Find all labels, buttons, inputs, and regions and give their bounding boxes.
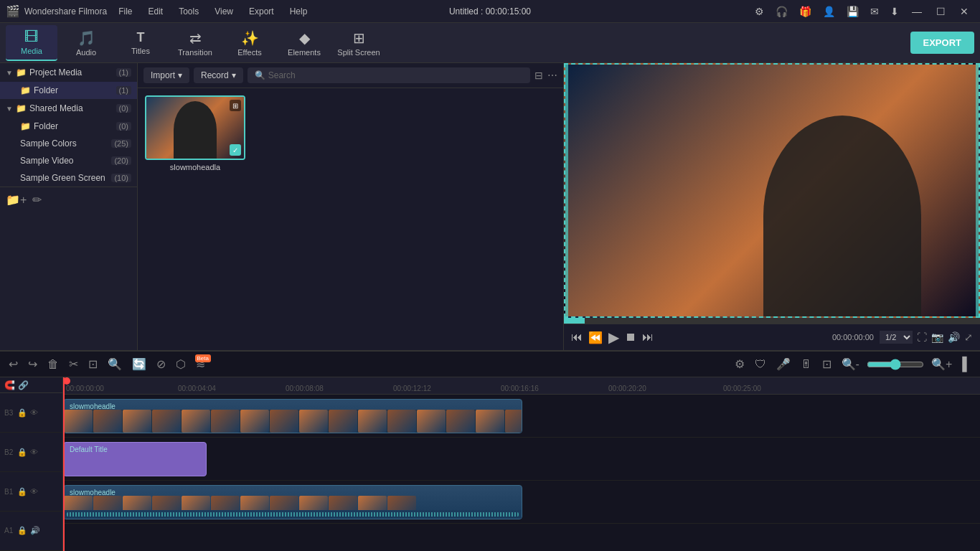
preview-volume-icon[interactable]: 🔊 xyxy=(948,331,960,343)
zoom-button[interactable]: 🔍 xyxy=(105,356,125,372)
add-folder-icon[interactable]: 📁+ xyxy=(6,193,27,207)
save-icon[interactable]: 💾 xyxy=(842,4,863,19)
user-icon[interactable]: 👤 xyxy=(819,4,839,19)
undo-button[interactable]: ↩ xyxy=(6,356,21,372)
sample-colors-item[interactable]: Sample Colors (25) xyxy=(0,135,137,152)
track-b3[interactable]: slowmoheadle xyxy=(63,395,980,438)
export-button[interactable]: EXPORT xyxy=(910,32,974,54)
preview-more-icon[interactable]: ⤢ xyxy=(964,331,973,343)
folder-icon: 📁 xyxy=(20,85,31,95)
preview-border-left xyxy=(565,65,568,316)
shield-button[interactable]: 🛡 xyxy=(752,357,769,372)
skip-forward-button[interactable]: ⏭ xyxy=(642,331,654,344)
link-icon[interactable]: 🔗 xyxy=(18,380,29,390)
title-clip-b2[interactable]: Default Title xyxy=(63,442,207,476)
rotate-button[interactable]: 🔄 xyxy=(129,356,149,372)
mic-button[interactable]: 🎤 xyxy=(773,356,793,372)
media-label: Media xyxy=(21,47,42,55)
menu-edit[interactable]: Edit xyxy=(141,4,171,19)
timeline-tracks: 00:00:00:00 00:00:04:04 00:00:08:08 00:0… xyxy=(63,377,980,551)
toolbar-audio[interactable]: 🎵 Audio xyxy=(60,25,112,61)
step-back-button[interactable]: ⏪ xyxy=(588,331,603,344)
menu-file[interactable]: File xyxy=(111,4,139,19)
zoom-out-button[interactable]: 🔍- xyxy=(839,356,862,372)
titlebar: 🎬 Wondershare Filmora File Edit Tools Vi… xyxy=(0,0,980,23)
magnet-icon[interactable]: 🧲 xyxy=(4,380,15,390)
gift-icon[interactable]: 🎁 xyxy=(795,4,816,19)
crop-button[interactable]: ⊡ xyxy=(85,356,100,372)
preview-snapshot-icon[interactable]: 📷 xyxy=(931,331,943,343)
eye-b1-icon[interactable]: 👁 xyxy=(30,487,38,496)
project-media-folder[interactable]: 📁 Folder (1) xyxy=(0,82,137,99)
toolbar-transition[interactable]: ⇄ Transition xyxy=(169,25,221,61)
import-button[interactable]: Import ▾ xyxy=(143,67,189,83)
project-media-folder-icon: 📁 xyxy=(16,67,27,77)
preview-progress-bar[interactable] xyxy=(564,318,980,324)
play-button[interactable]: ▶ xyxy=(608,329,619,346)
list-item[interactable]: ⊞ ✓ slowmoheadla xyxy=(145,95,245,171)
eye-b3-icon[interactable]: 👁 xyxy=(30,408,38,417)
shared-media-header[interactable]: ▼ 📁 Shared Media (0) xyxy=(0,99,137,118)
lock-b2-icon[interactable]: 🔒 xyxy=(17,448,27,457)
audio-clip-b1[interactable]: slowmoheadle xyxy=(63,485,522,519)
mask-button[interactable]: ⊘ xyxy=(154,356,169,372)
project-media-header[interactable]: ▼ 📁 Project Media (1) xyxy=(0,63,137,82)
media-thumbnail[interactable]: ⊞ ✓ xyxy=(145,95,245,160)
eye-b2-icon[interactable]: 👁 xyxy=(30,448,38,456)
menu-view[interactable]: View xyxy=(207,4,240,19)
toolbar-elements[interactable]: ◆ Elements xyxy=(278,25,330,61)
render-button[interactable]: ⚙ xyxy=(732,356,748,372)
track-label-b1: B1 🔒 👁 xyxy=(0,472,62,512)
preview-quality-select[interactable]: 1/2 Full xyxy=(880,331,913,344)
preview-fullscreen-icon[interactable]: ⛶ xyxy=(917,331,927,343)
mail-icon[interactable]: ✉ xyxy=(866,4,883,19)
project-media-section: ▼ 📁 Project Media (1) 📁 Folder (1) xyxy=(0,63,137,99)
menu-tools[interactable]: Tools xyxy=(171,4,206,19)
track-b2[interactable]: Default Title xyxy=(63,438,980,481)
lock-b3-icon[interactable]: 🔒 xyxy=(17,408,27,418)
cut-button[interactable]: ✂ xyxy=(66,356,81,372)
filter-icon[interactable]: ⊟ xyxy=(534,70,543,81)
close-button[interactable]: ✕ xyxy=(954,4,974,19)
timeline-toolbar: ↩ ↪ 🗑 ✂ ⊡ 🔍 🔄 ⊘ ⬡ ≋ Beta ⚙ 🛡 🎤 🎚 ⊡ 🔍- 🔍+… xyxy=(0,352,980,377)
download-icon[interactable]: ⬇ xyxy=(886,4,903,19)
search-box[interactable]: 🔍 Search xyxy=(248,67,530,83)
sample-video-label: Sample Video xyxy=(20,156,111,166)
timeline-options-button[interactable]: ▌ xyxy=(959,355,974,373)
lock-a1-icon[interactable]: 🔒 xyxy=(17,526,27,535)
toolbar-splitscreen[interactable]: ⊞ Split Screen xyxy=(333,25,385,61)
project-media-count: (1) xyxy=(116,68,131,77)
track-b1[interactable]: slowmoheadle xyxy=(63,481,980,524)
zoom-in-button[interactable]: 🔍+ xyxy=(928,356,955,372)
track-a1[interactable] xyxy=(63,524,980,551)
media-panel: Import ▾ Record ▾ 🔍 Search ⊟ ⋯ ⊞ xyxy=(138,63,564,350)
lock-b1-icon[interactable]: 🔒 xyxy=(17,487,27,496)
zoom-slider[interactable] xyxy=(867,359,924,370)
sample-green-screen-item[interactable]: Sample Green Screen (10) xyxy=(0,169,137,187)
rename-icon[interactable]: ✏ xyxy=(32,193,42,207)
video-clip-b3[interactable]: slowmoheadle xyxy=(63,399,522,433)
audio-mix-button[interactable]: 🎚 xyxy=(798,357,815,372)
keyframe-button[interactable]: ⬡ xyxy=(173,356,189,372)
headphones-icon[interactable]: 🎧 xyxy=(771,4,792,19)
audio-stretch-button[interactable]: ≋ Beta xyxy=(193,356,208,372)
settings-icon[interactable]: ⚙ xyxy=(750,4,768,19)
minimize-button[interactable]: — xyxy=(906,4,928,19)
sample-video-item[interactable]: Sample Video (20) xyxy=(0,152,137,169)
toolbar-effects[interactable]: ✨ Effects xyxy=(224,25,275,61)
stop-button[interactable]: ⏹ xyxy=(625,331,636,344)
skip-back-button[interactable]: ⏮ xyxy=(571,331,583,344)
toolbar-media[interactable]: 🎞 Media xyxy=(6,25,57,61)
record-button[interactable]: Record ▾ xyxy=(194,67,243,83)
redo-button[interactable]: ↪ xyxy=(25,356,40,372)
menu-export[interactable]: Export xyxy=(242,4,281,19)
eye-a1-icon[interactable]: 🔊 xyxy=(30,526,40,535)
maximize-button[interactable]: ☐ xyxy=(930,4,951,19)
toolbar-titles[interactable]: T Titles xyxy=(115,25,166,61)
delete-button[interactable]: 🗑 xyxy=(44,357,62,372)
more-options-icon[interactable]: ⋯ xyxy=(547,70,557,81)
shared-media-folder[interactable]: 📁 Folder (0) xyxy=(0,118,137,135)
captions-button[interactable]: ⊡ xyxy=(819,356,834,372)
track-b2-num: B2 xyxy=(4,448,13,456)
menu-help[interactable]: Help xyxy=(283,4,315,19)
